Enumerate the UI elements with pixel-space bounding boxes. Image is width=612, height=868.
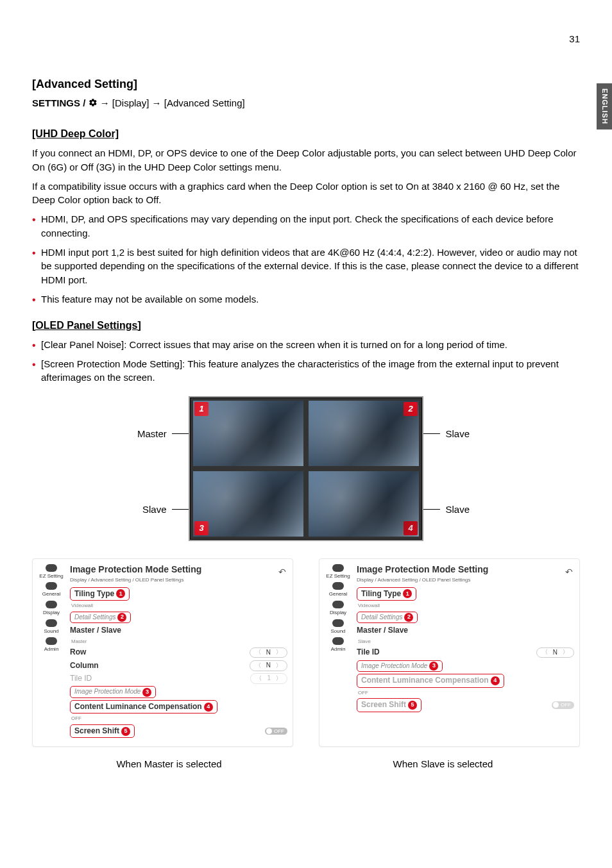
chevron-right-icon: 〉 (276, 674, 282, 683)
nav-item-general[interactable]: General (329, 582, 347, 598)
nav-label: General (329, 590, 347, 598)
diagram-label-master: Master (137, 427, 167, 441)
nav-item-display[interactable]: Display (43, 601, 60, 617)
back-icon[interactable]: ↶ (565, 565, 573, 578)
nav-label: Display (330, 609, 346, 617)
settings-panel-slave: ↶ EZ Setting General Display Sound Admin… (319, 558, 580, 747)
page-content: [Advanced Setting] SETTINGS / → [Display… (32, 76, 580, 771)
connector-line (423, 433, 440, 434)
arrow-icon: → (100, 97, 110, 108)
panel-breadcrumb: Display / Advanced Setting / OLED Panel … (70, 576, 287, 584)
nav-item-admin[interactable]: Admin (44, 637, 59, 653)
nav-label: Display (43, 609, 60, 617)
tiling-type-option[interactable]: Tiling Type1 (357, 587, 416, 601)
callout-badge-1: 1 (116, 589, 125, 598)
back-icon[interactable]: ↶ (278, 565, 286, 578)
settings-path-prefix: SETTINGS / (32, 97, 89, 108)
row-master-slave[interactable]: Master / Slave (70, 625, 287, 636)
list-item: [Screen Protection Mode Setting]: This f… (32, 357, 580, 385)
chevron-right-icon[interactable]: 〉 (276, 662, 282, 670)
section-title-advanced-setting: [Advanced Setting] (32, 76, 580, 92)
content-luminance-option[interactable]: Content Luminance Compensation4 (70, 700, 217, 714)
uhd-bullets: HDMI, DP, and OPS specifications may var… (32, 212, 580, 306)
option-label: Screen Shift (361, 699, 406, 710)
connector-line (172, 509, 189, 510)
screen-shift-option[interactable]: Screen Shift5 (70, 724, 135, 738)
chevron-right-icon[interactable]: 〉 (276, 648, 282, 656)
callout-badge-2: 2 (404, 613, 413, 622)
nav-label: General (42, 590, 60, 598)
tiling-type-option[interactable]: Tiling Type1 (70, 587, 130, 601)
callout-badge-5: 5 (408, 701, 417, 710)
chevron-left-icon[interactable]: 〈 (255, 662, 261, 670)
ui-panels-row: ↶ EZ Setting General Display Sound Admin… (32, 558, 580, 747)
row-column-setting[interactable]: Column 〈N〉 (70, 660, 287, 671)
option-label: Content Luminance Compensation (361, 675, 489, 686)
callout-badge-3: 3 (142, 688, 151, 697)
diagram-label-slave: Slave (445, 503, 470, 517)
chevron-left-icon[interactable]: 〈 (255, 648, 261, 656)
spinner-value: N (266, 661, 271, 671)
callout-badge-5: 5 (121, 727, 130, 736)
content-luminance-value: OFF (358, 689, 574, 697)
list-item: This feature may not be available on som… (32, 292, 580, 306)
panel-title: Image Protection Mode Setting (357, 563, 574, 576)
connector-line (423, 509, 440, 510)
image-protection-mode-option[interactable]: Image Protection Mode3 (70, 686, 156, 698)
option-label: Image Protection Mode (361, 662, 427, 671)
page-number: 31 (569, 32, 580, 46)
connector-line (172, 433, 189, 434)
option-label: Master / Slave (70, 625, 121, 636)
tile-id-spinner[interactable]: 〈N〉 (536, 647, 574, 658)
panel-title: Image Protection Mode Setting (70, 563, 287, 576)
row-spinner[interactable]: 〈N〉 (250, 647, 287, 658)
column-spinner[interactable]: 〈N〉 (250, 660, 287, 671)
row-tile-id: Tile ID 〈1〉 (70, 673, 287, 684)
nav-label: Admin (331, 646, 346, 653)
option-label: Tile ID (70, 673, 92, 684)
nav-item-ez-setting[interactable]: EZ Setting (326, 564, 350, 580)
toggle-knob-icon (266, 728, 272, 734)
nav-label: EZ Setting (39, 572, 63, 580)
callout-badge-2: 2 (117, 613, 126, 622)
row-tile-id[interactable]: Tile ID 〈N〉 (357, 647, 574, 658)
screen-shift-toggle[interactable]: OFF (265, 728, 287, 735)
oled-bullets: [Clear Panel Noise]: Correct issues that… (32, 338, 580, 385)
row-master-slave[interactable]: Master / Slave (357, 625, 574, 636)
image-protection-mode-option[interactable]: Image Protection Mode3 (357, 660, 443, 672)
nav-item-admin[interactable]: Admin (331, 637, 346, 653)
screen-shift-toggle: OFF (552, 701, 574, 709)
list-item: HDMI input port 1,2 is best suited for h… (32, 246, 580, 287)
diagram-label-slave: Slave (142, 503, 167, 517)
gear-icon (89, 97, 98, 111)
nav-item-general[interactable]: General (42, 582, 60, 598)
toggle-label: OFF (561, 701, 571, 709)
detail-settings-option[interactable]: Detail Settings2 (70, 612, 131, 624)
detail-settings-option[interactable]: Detail Settings2 (357, 612, 418, 624)
settings-path: SETTINGS / → [Display] → [Advanced Setti… (32, 96, 580, 111)
callout-badge-4: 4 (491, 676, 500, 685)
videowall-tile: 1 (191, 398, 306, 469)
uhd-para2: If a compatibility issue occurs with a g… (32, 179, 580, 208)
nav-item-sound[interactable]: Sound (44, 619, 58, 635)
corner-badge: 3 (194, 521, 208, 535)
nav-item-display[interactable]: Display (330, 601, 346, 617)
nav-item-ez-setting[interactable]: EZ Setting (39, 564, 63, 580)
callout-badge-1: 1 (403, 589, 412, 598)
side-nav: EZ Setting General Display Sound Admin (37, 563, 66, 740)
option-label: Master / Slave (357, 625, 408, 636)
diagram-label-slave: Slave (445, 427, 470, 441)
option-label: Content Luminance Compensation (74, 701, 202, 712)
subsection-title-uhd: [UHD Deep Color] (32, 126, 580, 141)
videowall-tile: 3 (191, 469, 306, 539)
chevron-left-icon[interactable]: 〈 (542, 648, 548, 656)
videowall-tile: 4 (306, 469, 421, 539)
subsection-title-oled: [OLED Panel Settings] (32, 318, 580, 333)
spinner-value: N (553, 648, 557, 658)
settings-path-seg1: [Display] (112, 97, 149, 108)
chevron-right-icon[interactable]: 〉 (563, 648, 568, 656)
nav-item-sound[interactable]: Sound (330, 619, 345, 635)
side-nav: EZ Setting General Display Sound Admin (323, 563, 353, 714)
tiling-type-value: Videowall (71, 602, 287, 610)
row-row-setting[interactable]: Row 〈N〉 (70, 647, 287, 658)
